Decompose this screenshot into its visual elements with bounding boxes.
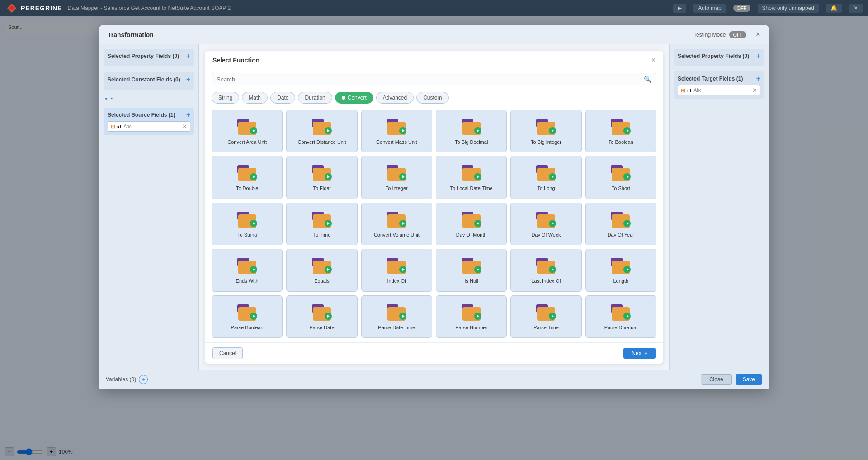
func-card-to-big-integer[interactable]: To Big Integer bbox=[510, 110, 581, 152]
testing-mode-label: Testing Mode bbox=[693, 32, 726, 38]
func-icon-parse-boolean bbox=[237, 304, 257, 321]
target-field-tag: ⊞ id Abc ✕ bbox=[678, 85, 760, 95]
func-label-parse-date: Parse Date bbox=[309, 324, 334, 331]
left-property-add-btn[interactable]: + bbox=[186, 52, 190, 60]
func-card-to-long[interactable]: To Long bbox=[510, 156, 581, 199]
left-source-header: Selected Source Fields (1) + bbox=[108, 111, 190, 119]
bell-btn[interactable]: 🔔 bbox=[826, 4, 842, 13]
func-card-last-index-of[interactable]: Last Index Of bbox=[510, 249, 581, 291]
func-card-to-big-decimal[interactable]: To Big Decimal bbox=[436, 110, 507, 152]
sf-dialog: Select Function × 🔍 String bbox=[205, 51, 663, 364]
cancel-btn[interactable]: Cancel bbox=[212, 347, 243, 359]
tab-date[interactable]: Date bbox=[270, 92, 295, 104]
func-card-to-string[interactable]: To String bbox=[212, 203, 283, 245]
close-main-btn[interactable]: Close bbox=[701, 374, 732, 385]
testing-mode-toggle[interactable]: OFF bbox=[729, 31, 746, 38]
func-icon-play bbox=[250, 266, 257, 273]
func-label-convert-distance-unit: Convert Distance Unit bbox=[297, 139, 346, 145]
bottom-bar: Variables (0) + Close Save bbox=[99, 370, 769, 389]
func-card-parse-duration[interactable]: Parse Duration bbox=[585, 295, 656, 338]
tab-math[interactable]: Math bbox=[242, 92, 268, 104]
func-label-to-time: To Time bbox=[313, 232, 331, 238]
func-card-day-of-week[interactable]: Day Of Week bbox=[510, 203, 581, 245]
variables-label: Variables (0) bbox=[106, 376, 136, 383]
func-label-day-of-month: Day Of Month bbox=[456, 232, 487, 238]
auto-map-btn[interactable]: Auto map bbox=[693, 4, 726, 13]
func-card-convert-distance-unit[interactable]: Convert Distance Unit bbox=[286, 110, 357, 152]
func-card-ends-with[interactable]: Ends With bbox=[212, 249, 283, 291]
func-label-parse-duration: Parse Duration bbox=[604, 324, 637, 331]
func-icon-day-of-week bbox=[536, 212, 556, 228]
func-icon-to-integer bbox=[387, 165, 406, 181]
tab-convert-label: Convert bbox=[348, 95, 367, 101]
func-card-convert-volume-unit[interactable]: Convert Volume Unit bbox=[361, 203, 432, 245]
func-icon-to-short bbox=[611, 165, 631, 181]
func-card-length[interactable]: Length bbox=[585, 249, 656, 291]
next-btn[interactable]: Next » bbox=[623, 348, 656, 359]
target-field-del-btn[interactable]: ✕ bbox=[752, 87, 757, 94]
tab-advanced-label: Advanced bbox=[383, 95, 407, 101]
func-card-to-local-date-time[interactable]: To Local Date Time bbox=[436, 156, 507, 199]
search-input[interactable] bbox=[217, 76, 644, 83]
transformation-dialog: Transformation Testing Mode OFF × Sele bbox=[99, 25, 769, 389]
func-card-to-short[interactable]: To Short bbox=[585, 156, 656, 199]
play-btn[interactable]: ▶ bbox=[673, 4, 686, 13]
func-card-parse-boolean[interactable]: Parse Boolean bbox=[212, 295, 283, 338]
tab-duration-label: Duration bbox=[305, 95, 325, 101]
func-card-convert-mass-unit[interactable]: Convert Mass Unit bbox=[361, 110, 432, 152]
func-card-day-of-year[interactable]: Day Of Year bbox=[585, 203, 656, 245]
right-target-add-btn[interactable]: + bbox=[756, 75, 760, 82]
func-card-parse-time[interactable]: Parse Time bbox=[510, 295, 581, 338]
modal-overlay: Transformation Testing Mode OFF × Sele bbox=[0, 16, 868, 460]
func-icon-convert-volume-unit bbox=[387, 212, 406, 228]
x-btn[interactable]: ✕ bbox=[849, 4, 863, 13]
save-btn[interactable]: Save bbox=[736, 374, 762, 385]
func-card-to-integer[interactable]: To Integer bbox=[361, 156, 432, 199]
func-icon-to-long bbox=[536, 165, 556, 181]
func-label-day-of-week: Day Of Week bbox=[531, 232, 561, 238]
func-label-parse-number: Parse Number bbox=[455, 324, 487, 331]
func-card-parse-date[interactable]: Parse Date bbox=[286, 295, 357, 338]
func-icon-play bbox=[325, 313, 332, 320]
func-label-to-double: To Double bbox=[236, 185, 259, 191]
right-property-add-btn[interactable]: + bbox=[756, 52, 760, 60]
variables-add-btn[interactable]: + bbox=[139, 375, 148, 384]
left-sidebar: Selected Property Fields (0) + Selected … bbox=[99, 44, 199, 370]
dialog-content: Selected Property Fields (0) + Selected … bbox=[99, 44, 769, 370]
tab-convert[interactable]: Convert bbox=[335, 92, 373, 104]
func-card-index-of[interactable]: Index Of bbox=[361, 249, 432, 291]
tab-string[interactable]: String bbox=[212, 92, 239, 104]
func-icon-parse-duration bbox=[611, 304, 631, 321]
tab-duration[interactable]: Duration bbox=[298, 92, 332, 104]
func-card-to-time[interactable]: To Time bbox=[286, 203, 357, 245]
source-field-del-btn[interactable]: ✕ bbox=[182, 123, 187, 130]
func-label-to-float: To Float bbox=[313, 185, 330, 191]
search-bar: 🔍 bbox=[212, 73, 656, 85]
func-card-equals[interactable]: Equals bbox=[286, 249, 357, 291]
func-icon-play bbox=[250, 127, 257, 134]
source-field-icon: ⊞ bbox=[111, 123, 115, 130]
tab-advanced[interactable]: Advanced bbox=[376, 92, 414, 104]
func-card-parse-number[interactable]: Parse Number bbox=[436, 295, 507, 338]
func-card-day-of-month[interactable]: Day Of Month bbox=[436, 203, 507, 245]
tab-custom[interactable]: Custom bbox=[416, 92, 448, 104]
left-constant-add-btn[interactable]: + bbox=[186, 76, 190, 83]
func-icon-play bbox=[549, 127, 556, 134]
sf-close-btn[interactable]: × bbox=[651, 56, 656, 64]
func-card-parse-date-time[interactable]: Parse Date Time bbox=[361, 295, 432, 338]
transformation-close-btn[interactable]: × bbox=[755, 30, 760, 39]
func-card-to-boolean[interactable]: To Boolean bbox=[585, 110, 656, 152]
func-icon-to-double bbox=[237, 165, 257, 181]
func-card-to-float[interactable]: To Float bbox=[286, 156, 357, 199]
tab-convert-dot bbox=[342, 96, 345, 100]
toggle-off[interactable]: OFF bbox=[733, 5, 750, 12]
show-unmapped-btn[interactable]: Show only unmapped bbox=[758, 4, 819, 13]
expand-arrow-1[interactable]: ▼ bbox=[104, 96, 108, 101]
func-card-convert-area-unit[interactable]: Convert Area Unit bbox=[212, 110, 283, 152]
left-source-add-btn[interactable]: + bbox=[186, 111, 190, 119]
category-tabs: String Math Date Duration bbox=[205, 90, 663, 107]
func-card-to-double[interactable]: To Double bbox=[212, 156, 283, 199]
func-label-convert-mass-unit: Convert Mass Unit bbox=[376, 139, 417, 145]
func-card-is-null[interactable]: Is Null bbox=[436, 249, 507, 291]
func-label-to-short: To Short bbox=[612, 185, 630, 191]
